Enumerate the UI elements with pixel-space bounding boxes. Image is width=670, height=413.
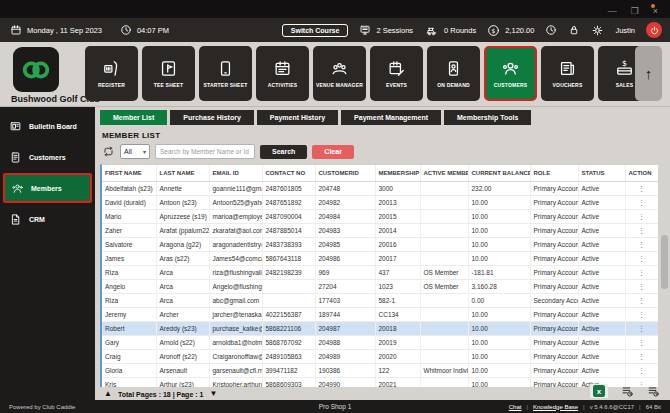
table-cell: 399471182 (262, 363, 315, 377)
search-input[interactable] (155, 144, 255, 159)
column-header-email-id[interactable]: EMAIL ID (209, 165, 262, 181)
sidebar-item-customers[interactable]: Customers (3, 142, 92, 172)
logout-power-button[interactable] (646, 22, 662, 38)
table-row[interactable]: RizaArcariza@flushingvalle24821982399694… (102, 265, 658, 279)
knowledge-base-link[interactable]: Knowledge Base (533, 404, 578, 410)
table-row[interactable]: GloriaArsenaultgarsenault@cfl.rr.c399471… (102, 363, 658, 377)
lock-icon[interactable] (568, 24, 580, 36)
toolbar-button-activities[interactable]: ACTIVITIES (256, 46, 309, 101)
search-button[interactable]: Search (260, 145, 307, 159)
column-header-action[interactable]: ACTION (625, 165, 658, 181)
main-area: Bulletin BoardCustomersMembersCRM Member… (0, 107, 670, 400)
row-actions-menu-button[interactable]: ⋮ (625, 251, 658, 265)
table-cell: garsenault@cfl.rr.c (209, 363, 262, 377)
column-header-status[interactable]: STATUS (578, 165, 625, 181)
switch-course-button[interactable]: Switch Course (282, 24, 349, 37)
table-row[interactable]: AngeloArcaAngelo@flushingv272041023OS Me… (102, 279, 658, 293)
table-cell: 2482198239 (262, 265, 315, 279)
table-row[interactable]: Abdelfatah (s23)Annettegoannie111@gma248… (102, 181, 658, 195)
table-row[interactable]: ZaherArafat (ppalum22)zkarafat@aol.com24… (102, 223, 658, 237)
dollar-icon (487, 24, 500, 37)
toolbar-button-tee-sheet[interactable]: TEE SHEET (142, 46, 195, 101)
toolbar-button-starter-sheet[interactable]: STARTER SHEET (199, 46, 252, 101)
tab-member-list[interactable]: Member List (100, 110, 167, 125)
golf-cart-icon (424, 24, 439, 37)
toolbar-button-on-demand[interactable]: ON DEMAND (427, 46, 480, 101)
window-titlebar: — ❐ × (0, 0, 670, 18)
column-header-contact-no[interactable]: CONTACT NO (262, 165, 315, 181)
window-maximize-button[interactable]: ❐ (631, 7, 639, 16)
table-cell: 204985 (315, 237, 375, 251)
row-actions-menu-button[interactable]: ⋮ (625, 279, 658, 293)
table-row[interactable]: KrisArthur (s23)Kristopher.arthur@586860… (102, 377, 658, 387)
row-actions-menu-button[interactable]: ⋮ (625, 223, 658, 237)
chevron-down-icon: ▾ (143, 148, 146, 155)
table-row[interactable]: David (duraid)Antoon (s23)Antoon525@yaho… (102, 195, 658, 209)
table-cell (420, 251, 468, 265)
column-header-active-membership[interactable]: ACTIVE MEMBERSHIP (420, 165, 468, 181)
tab-payment-history[interactable]: Payment History (257, 110, 338, 125)
row-actions-menu-button[interactable]: ⋮ (625, 321, 658, 335)
column-header-first-name[interactable]: FIRST NAME (102, 165, 156, 181)
window-minimize-button[interactable]: — (608, 7, 617, 16)
table-row[interactable]: CraigAronoff (s22)Craigaronofflaw@248910… (102, 349, 658, 363)
column-header-membership[interactable]: MEMBERSHIP (375, 165, 420, 181)
table-cell: 437 (375, 265, 420, 279)
sidebar-item-crm[interactable]: CRM (3, 204, 92, 234)
toolbar-button-venue-manager[interactable]: VENUE MANAGER (313, 46, 366, 101)
table-row[interactable]: JeremyArcherjarcher@tenaska.c40221563871… (102, 307, 658, 321)
toolbar-button-register[interactable]: REGISTER (85, 46, 138, 101)
table-cell: Active (578, 279, 625, 293)
table-row[interactable]: GaryArnold (s22)arnoldba1@hotm5868767092… (102, 335, 658, 349)
export-report-icon[interactable] (647, 385, 660, 398)
row-actions-menu-button[interactable]: ⋮ (625, 335, 658, 349)
vertical-scrollbar[interactable] (661, 235, 668, 289)
toolbar-scroll-up-button[interactable]: ↑ (635, 46, 662, 101)
sidebar-item-bulletin-board[interactable]: Bulletin Board (3, 111, 92, 141)
table-row[interactable]: RobertAreddy (s23)purchase_katke@5868221… (102, 321, 658, 335)
window-close-button[interactable]: × (653, 7, 658, 16)
tab-membership-tools[interactable]: Membership Tools (444, 110, 531, 125)
toolbar-button-vouchers[interactable]: VOUCHERS (541, 46, 594, 101)
row-actions-menu-button[interactable]: ⋮ (625, 237, 658, 251)
toolbar-button-events[interactable]: EVENTS (370, 46, 423, 101)
table-cell: Active (578, 237, 625, 251)
page-down-button[interactable]: ▼ (209, 390, 217, 398)
column-header-customerid[interactable]: CUSTOMERID (315, 165, 375, 181)
clock-status-icon[interactable] (545, 24, 557, 36)
tab-purchase-history[interactable]: Purchase History (170, 110, 254, 125)
table-row[interactable]: RizaArcaabc@gmail.com177403582-10.00Seco… (102, 293, 658, 307)
row-actions-menu-button[interactable]: ⋮ (625, 307, 658, 321)
row-actions-menu-button[interactable]: ⋮ (625, 181, 658, 195)
gear-icon[interactable] (591, 24, 604, 37)
table-cell: OS Member (420, 279, 468, 293)
print-report-icon[interactable] (621, 385, 634, 398)
row-actions-menu-button[interactable]: ⋮ (625, 265, 658, 279)
row-actions-menu-button[interactable]: ⋮ (625, 209, 658, 223)
table-cell: Annette (156, 181, 209, 195)
export-excel-button[interactable]: x (590, 384, 608, 398)
row-actions-menu-button[interactable]: ⋮ (625, 293, 658, 307)
row-actions-menu-button[interactable]: ⋮ (625, 195, 658, 209)
column-header-role[interactable]: ROLE (530, 165, 578, 181)
column-header-current-balance[interactable]: CURRENT BALANCE (468, 165, 530, 181)
table-cell (420, 321, 468, 335)
table-cell: Mario (102, 209, 156, 223)
table-cell: James (102, 251, 156, 265)
filter-select[interactable]: All ▾ (120, 144, 150, 159)
table-cell: Active (578, 209, 625, 223)
clear-button[interactable]: Clear (312, 145, 354, 159)
row-actions-menu-button[interactable]: ⋮ (625, 363, 658, 377)
table-row[interactable]: MarioApruzzese (s19)marioa@employe248709… (102, 209, 658, 223)
sidebar-item-members[interactable]: Members (3, 173, 92, 203)
column-header-last-name[interactable]: LAST NAME (156, 165, 209, 181)
row-actions-menu-button[interactable]: ⋮ (625, 349, 658, 363)
tab-payment-management[interactable]: Payment Management (341, 110, 441, 125)
table-row[interactable]: JamesAras (s22)James54@comcas58676431182… (102, 251, 658, 265)
chat-link[interactable]: Chat (509, 404, 522, 410)
table-row[interactable]: SalvatoreAragona (g22)aragonadentistry@2… (102, 237, 658, 251)
table-cell: 2487601805 (262, 181, 315, 195)
toolbar-button-customers[interactable]: CUSTOMERS (484, 46, 537, 101)
refresh-icon[interactable] (102, 145, 115, 158)
page-up-button[interactable]: ▲ (104, 390, 112, 398)
